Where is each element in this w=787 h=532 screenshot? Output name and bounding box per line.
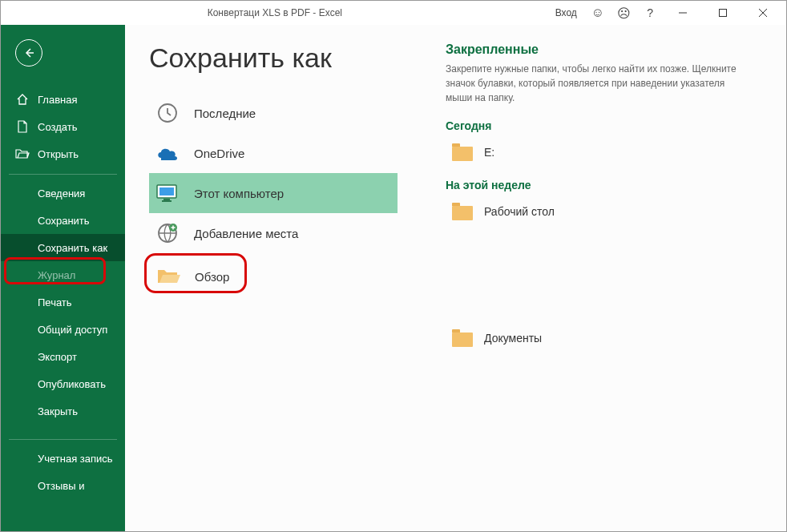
svg-rect-8 <box>163 199 170 200</box>
location-label: Добавление места <box>194 227 298 240</box>
folder-icon <box>452 203 473 220</box>
nav-export[interactable]: Экспорт <box>1 343 125 370</box>
folder-e-drive[interactable]: E: <box>446 137 762 167</box>
folder-label: E: <box>484 146 494 159</box>
svg-rect-7 <box>159 187 174 195</box>
nav-label: Сохранить <box>38 215 90 227</box>
folder-icon <box>452 143 473 161</box>
content-area: Сохранить как Последние OneDrive <box>125 25 786 531</box>
add-place-icon <box>155 221 180 245</box>
svg-rect-9 <box>162 200 172 202</box>
back-button[interactable] <box>15 39 42 66</box>
location-label: Последние <box>194 107 256 120</box>
pinned-description: Закрепите нужные папки, чтобы легко найт… <box>446 62 750 105</box>
nav-share[interactable]: Общий доступ <box>1 316 125 343</box>
folder-open-icon <box>156 264 180 288</box>
help-icon[interactable]: ? <box>639 6 661 19</box>
backstage-sidebar: Главная Создать Открыть Сведения Сохрани… <box>1 25 125 531</box>
folder-label: Рабочий стол <box>484 205 555 218</box>
location-this-pc[interactable]: Этот компьютер <box>149 173 398 213</box>
monitor-icon <box>155 181 180 205</box>
nav-label: Учетная запись <box>38 453 113 465</box>
cloud-icon <box>155 141 180 165</box>
location-label: OneDrive <box>194 147 244 160</box>
nav-print[interactable]: Печать <box>1 288 125 316</box>
folders-column: Закрепленные Закрепите нужные папки, что… <box>414 42 786 531</box>
location-onedrive[interactable]: OneDrive <box>149 133 398 173</box>
folder-documents[interactable]: Документы <box>446 323 762 353</box>
nav-label: Печать <box>38 296 72 308</box>
folder-icon <box>452 329 473 347</box>
location-recent[interactable]: Последние <box>149 93 398 133</box>
page-title: Сохранить как <box>149 42 414 74</box>
folder-label: Документы <box>484 332 542 345</box>
titlebar: Конвертаци XLS в PDF - Excel Вход ☺ ☹ ? <box>1 1 786 25</box>
nav-label: Общий доступ <box>38 324 107 336</box>
nav-label: Открыть <box>38 148 79 160</box>
location-label: Этот компьютер <box>194 187 284 200</box>
locations-column: Сохранить как Последние OneDrive <box>149 42 414 531</box>
open-icon <box>15 147 30 161</box>
nav-close[interactable]: Закрыть <box>1 397 125 425</box>
nav-label: Сведения <box>38 187 85 200</box>
nav-save[interactable]: Сохранить <box>1 207 125 234</box>
nav-label: Сохранить как <box>38 242 107 254</box>
svg-rect-1 <box>720 10 727 17</box>
clock-icon <box>155 101 180 125</box>
login-link[interactable]: Вход <box>549 7 583 18</box>
nav-open[interactable]: Открыть <box>1 140 125 167</box>
pinned-heading: Закрепленные <box>446 42 762 57</box>
nav-label: Закрыть <box>38 405 78 417</box>
nav-label: Создать <box>38 121 77 133</box>
folder-desktop[interactable]: Рабочий стол <box>446 196 762 227</box>
titlebar-controls: Вход ☺ ☹ ? <box>549 1 786 25</box>
nav-publish[interactable]: Опубликовать <box>1 370 125 397</box>
week-heading: На этой неделе <box>446 179 762 191</box>
nav-feedback[interactable]: Отзывы и <box>1 472 125 499</box>
separator <box>9 174 117 175</box>
nav-label: Экспорт <box>38 351 77 363</box>
nav-info[interactable]: Сведения <box>1 179 125 207</box>
separator <box>9 439 117 440</box>
nav-label: Опубликовать <box>38 378 106 390</box>
location-add-place[interactable]: Добавление места <box>149 213 398 253</box>
nav-create[interactable]: Создать <box>1 113 125 140</box>
nav-account[interactable]: Учетная запись <box>1 445 125 472</box>
window-title: Конвертаци XLS в PDF - Excel <box>1 7 549 18</box>
nav-home[interactable]: Главная <box>1 86 125 113</box>
location-label: Обзор <box>195 270 229 284</box>
maximize-button[interactable] <box>704 1 741 25</box>
close-window-button[interactable] <box>745 1 781 25</box>
minimize-button[interactable] <box>664 1 701 25</box>
nav-label: Отзывы и <box>38 480 85 492</box>
home-icon <box>15 92 30 107</box>
smile-icon[interactable]: ☺ <box>587 6 609 20</box>
location-browse[interactable]: Обзор <box>149 256 398 296</box>
nav-label: Главная <box>38 94 77 106</box>
today-heading: Сегодня <box>446 119 762 132</box>
new-icon <box>15 119 30 134</box>
frown-icon[interactable]: ☹ <box>612 6 636 21</box>
annotation-highlight <box>4 257 106 284</box>
